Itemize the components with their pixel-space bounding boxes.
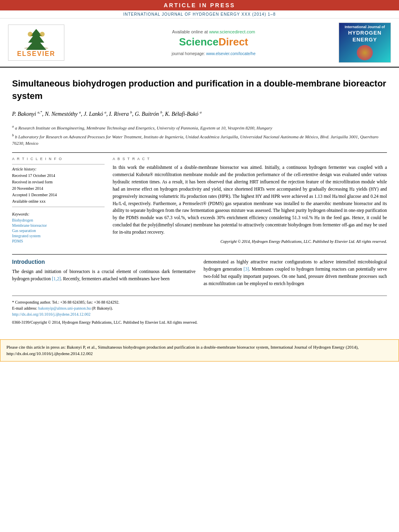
- history-item-4: Accepted 1 December 2014: [12, 192, 105, 198]
- journal-homepage: journal homepage: www.elsevier.com/locat…: [97, 51, 331, 56]
- aip-banner: ARTICLE IN PRESS: [0, 0, 399, 10]
- article-content: Simultaneous biohydrogen production and …: [0, 68, 399, 333]
- corresponding-author-note: * Corresponding author. Tel.: +36 88 624…: [12, 299, 387, 305]
- available-online: Available online at www.sciencedirect.co…: [97, 29, 331, 34]
- sciencedirect-url-link[interactable]: www.sciencedirect.com: [209, 29, 255, 34]
- keywords-label: Keywords:: [12, 212, 105, 216]
- keywords-divider: [12, 207, 105, 207]
- separator-1: [12, 152, 387, 153]
- footnotes-area: * Corresponding author. Tel.: +36 88 624…: [12, 296, 387, 325]
- doi-link-line: http://dx.doi.org/10.1016/j.ijhydene.201…: [12, 311, 387, 317]
- intro-right-col: demonstrated as highly attractive reacto…: [204, 259, 387, 287]
- top-logo-area: ELSEVIER Available online at www.science…: [0, 18, 399, 68]
- homepage-url-link[interactable]: www.elsevier.com/locate/he: [206, 51, 255, 56]
- history-item-5: Available online xxx: [12, 199, 105, 204]
- introduction-heading: Introduction: [12, 259, 195, 265]
- sciencedirect-logo: ScienceDirect: [97, 36, 331, 48]
- history-item-3: 20 November 2014: [12, 186, 105, 191]
- abstract-heading: A B S T R A C T: [113, 157, 387, 161]
- keywords-section: Keywords: Biohydrogen Membrane bioreacto…: [12, 212, 105, 243]
- science-text: Science: [179, 36, 218, 48]
- article-title: Simultaneous biohydrogen production and …: [12, 74, 387, 103]
- abstract-text: In this work the establishment of a doub…: [113, 164, 387, 236]
- svg-point-3: [28, 32, 33, 37]
- journal-header-line: INTERNATIONAL JOURNAL OF HYDROGEN ENERGY…: [0, 10, 399, 18]
- affiliation-a: a a Research Institute on Bioengineering…: [12, 124, 387, 131]
- center-journal-info: Available online at www.sciencedirect.co…: [88, 29, 339, 56]
- cover-graphic: [357, 45, 373, 60]
- elsevier-logo-box: ELSEVIER: [8, 25, 64, 61]
- abstract-copyright: Copyright © 2014, Hydrogen Energy Public…: [113, 239, 387, 244]
- article-info-col: A R T I C L E I N F O Article history: R…: [12, 157, 105, 244]
- introduction-section: Introduction The design and initiation o…: [12, 254, 387, 287]
- authors-line: P. Bakonyi a,*, N. Nemestóthy a, J. Lank…: [12, 110, 387, 119]
- direct-text: Direct: [218, 36, 248, 48]
- ref-3-link[interactable]: [3]: [244, 267, 249, 271]
- keyword-3: Gas separation: [12, 228, 105, 233]
- aip-banner-text: ARTICLE IN PRESS: [164, 2, 235, 8]
- email-note: E-mail address: bakonyip@almos.uni-panno…: [12, 305, 387, 311]
- elsevier-tree-icon: [20, 28, 52, 50]
- ref-1-2-link[interactable]: [1,2]: [52, 276, 61, 281]
- email-link[interactable]: bakonyip@almos.uni-pannon.hu: [38, 306, 91, 310]
- footer-copyright: 0360-3199/Copyright © 2014, Hydrogen Ene…: [12, 319, 387, 325]
- affiliations: a a Research Institute on Bioengineering…: [12, 124, 387, 147]
- intro-left-col: Introduction The design and initiation o…: [12, 259, 195, 287]
- article-info-abstract: A R T I C L E I N F O Article history: R…: [12, 157, 387, 244]
- keyword-2: Membrane bioreactor: [12, 223, 105, 228]
- intro-two-col: Introduction The design and initiation o…: [12, 259, 387, 287]
- journal-header-text: INTERNATIONAL JOURNAL OF HYDROGEN ENERGY…: [123, 12, 276, 16]
- elsevier-wordmark: ELSEVIER: [17, 50, 55, 58]
- elsevier-logo-container: ELSEVIER: [8, 25, 88, 61]
- cover-title: International Journal of HYDROGENENERGY: [345, 25, 385, 43]
- keyword-4: Integrated system: [12, 234, 105, 238]
- doi-link[interactable]: http://dx.doi.org/10.1016/j.ijhydene.201…: [12, 312, 90, 316]
- history-item-2: Received in revised form: [12, 179, 105, 185]
- citation-box: Please cite this article in press as: Ba…: [0, 339, 399, 362]
- intro-left-text: The design and initiation of bioreactors…: [12, 268, 195, 283]
- affiliation-b: b b Laboratory for Research on Advanced …: [12, 133, 387, 147]
- intro-right-text: demonstrated as highly attractive reacto…: [204, 259, 387, 287]
- abstract-col: A B S T R A C T In this work the establi…: [113, 157, 387, 244]
- history-label: Article history:: [12, 167, 105, 171]
- keyword-1: Biohydrogen: [12, 218, 105, 222]
- svg-point-4: [40, 32, 45, 37]
- keyword-5: PDMS: [12, 239, 105, 243]
- journal-cover-image: International Journal of HYDROGENENERGY: [339, 23, 391, 63]
- history-item-1: Received 17 October 2014: [12, 173, 105, 179]
- article-info-heading: A R T I C L E I N F O: [12, 157, 105, 161]
- info-divider: [12, 164, 105, 164]
